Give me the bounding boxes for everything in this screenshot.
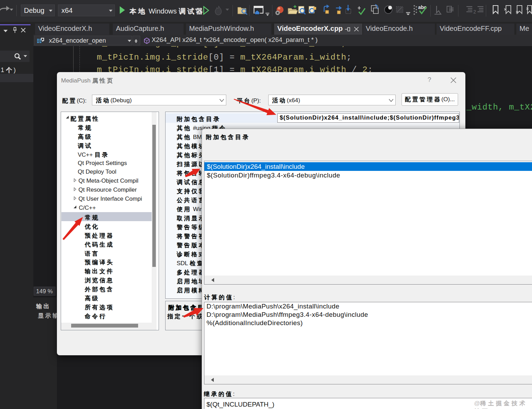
svg-text:2: 2: [473, 9, 476, 15]
